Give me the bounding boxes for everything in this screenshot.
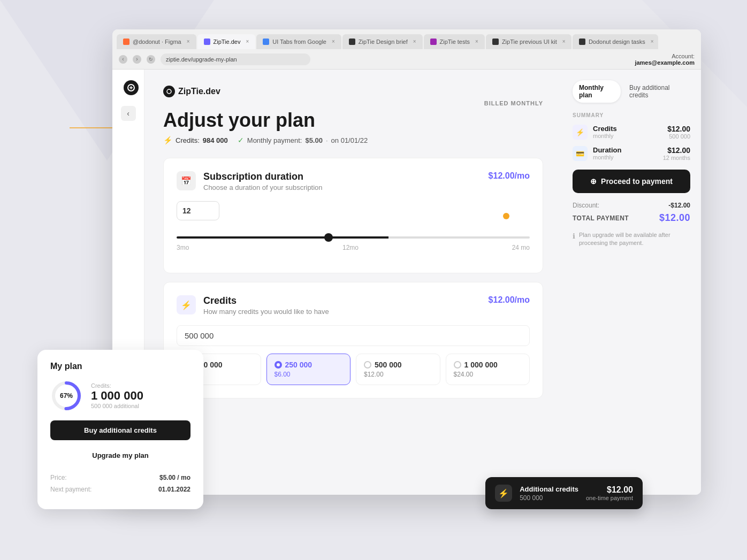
tab-tests[interactable]: ZipTie tests × — [424, 34, 485, 49]
credit-label-500k: 500 000 — [375, 360, 402, 369]
sidebar-back-button[interactable]: ‹ — [121, 106, 136, 121]
additional-credits-tooltip: ⚡ Additional credits 500 000 $12.00 one-… — [485, 477, 643, 509]
duration-subtitle: Choose a duration of your subscription — [203, 183, 323, 191]
next-payment-value: 01.01.2022 — [158, 486, 190, 493]
credits-input-display: 500 000 — [177, 325, 530, 346]
slider-track-container: 3mo 12mo 24 mo — [177, 231, 530, 251]
dot-separator: · — [326, 136, 328, 144]
credit-amount-250k: 250 000 — [275, 360, 343, 369]
tab-figma[interactable]: @dodonut · Figma × — [117, 34, 196, 49]
tab-close-tests[interactable]: × — [475, 39, 478, 44]
credits-title: Credits — [203, 295, 329, 306]
credits-value: 984 000 — [203, 136, 228, 144]
donut-label: 67% — [60, 392, 73, 400]
summary-duration-price: $12.00 — [663, 146, 690, 155]
duration-price: $12.00/mo — [489, 171, 530, 181]
summary-credits-qty: 500 000 — [667, 133, 690, 140]
duration-value-input[interactable] — [177, 201, 219, 220]
price-value: $5.00 / mo — [159, 474, 190, 481]
summary-credits-price-group: $12.00 500 000 — [667, 125, 690, 140]
tab-favicon-tests — [430, 39, 437, 45]
duration-slider[interactable] — [177, 236, 530, 239]
summary-credits-name: Credits — [593, 125, 662, 133]
discount-label: Discount: — [573, 202, 599, 209]
check-icon: ✓ — [238, 136, 244, 144]
tab-ui-tabs[interactable]: UI Tabs from Google × — [256, 34, 341, 49]
tab-dodonut[interactable]: Dodonut design tasks × — [573, 34, 658, 49]
summary-duration-price-group: $12.00 12 months — [663, 146, 690, 161]
upgrade-my-plan-button[interactable]: Upgrade my plan — [50, 446, 190, 465]
tab-close-ui[interactable]: × — [332, 39, 335, 44]
plan-next-payment-row: Next payment: 01.01.2022 — [50, 486, 190, 493]
credit-price-1m: $24.00 — [454, 371, 522, 378]
plan-info-row: ⚡ Credits: 984 000 ✓ Monthly payment: $5… — [163, 136, 543, 144]
back-button[interactable]: ‹ — [119, 55, 127, 64]
payment-date: on 01/01/22 — [331, 136, 368, 144]
tab-close-figma[interactable]: × — [187, 39, 190, 44]
credit-label-1m: 1 000 000 — [464, 360, 498, 369]
tab-close-dodonut[interactable]: × — [651, 39, 654, 44]
right-panel: Monthly plan Buy additional credits SUMM… — [562, 70, 701, 495]
credit-option-500k[interactable]: 500 000 $12.00 — [356, 354, 440, 385]
duration-slider-area: 3mo 12mo 24 mo — [177, 201, 530, 251]
tab-close-brief[interactable]: × — [413, 39, 416, 44]
tab-design-brief[interactable]: ZipTie Design brief × — [342, 34, 423, 49]
duration-section-header: 📅 Subscription duration Choose a duratio… — [177, 171, 530, 191]
refresh-button[interactable]: ↻ — [147, 55, 155, 64]
browser-chrome: @dodonut · Figma × ZipTie.dev × UI Tabs … — [112, 29, 701, 70]
summary-credits-price: $12.00 — [667, 125, 690, 133]
forward-button[interactable]: › — [133, 55, 141, 64]
panel-tabs: Monthly plan Buy additional credits — [573, 80, 690, 103]
payment-badge: ✓ Monthly payment: $5.00 · on 01/01/22 — [238, 136, 368, 144]
connector-dot — [503, 213, 509, 219]
credits-title-content: Credits How many credits you would like … — [203, 295, 329, 316]
main-area: ZipTie.dev BILLED MONTHLY Adjust your pl… — [144, 70, 562, 495]
tab-close-ziptie[interactable]: × — [246, 39, 249, 44]
proceed-btn-label: Proceed to payment — [601, 177, 673, 186]
credit-radio-500k — [364, 361, 371, 369]
total-label: TOTAL PAYMENT — [573, 214, 629, 222]
summary-row-credits: ⚡ Credits monthly $12.00 500 000 — [573, 125, 690, 140]
info-icon: ℹ — [573, 232, 575, 241]
page-title: Adjust your plan — [163, 109, 543, 132]
address-input[interactable] — [161, 53, 310, 65]
tab-label-ui: UI Tabs from Google — [272, 39, 326, 45]
credits-subtitle: How many credits you would like to have — [203, 308, 329, 316]
tab-ziptie[interactable]: ZipTie.dev × — [197, 34, 256, 49]
credit-price-500k: $12.00 — [364, 371, 432, 378]
tooltip-content: Additional credits 500 000 — [520, 485, 578, 502]
summary-credits-sub: monthly — [593, 133, 662, 139]
slider-label-min: 3mo — [177, 244, 189, 251]
billed-badge-text: BILLED MONTHLY — [484, 100, 543, 106]
tooltip-lightning-icon: ⚡ — [495, 485, 512, 502]
svg-point-6 — [167, 89, 171, 94]
my-plan-title: My plan — [50, 362, 190, 371]
summary-duration-qty: 12 months — [663, 155, 690, 161]
credit-option-1m[interactable]: 1 000 000 $24.00 — [446, 354, 530, 385]
total-row: TOTAL PAYMENT $12.00 — [573, 212, 690, 224]
browser-tabs: @dodonut · Figma × ZipTie.dev × UI Tabs … — [112, 29, 701, 50]
tooltip-billing: one-time payment — [586, 495, 633, 501]
credits-badge: ⚡ Credits: 984 000 — [163, 136, 228, 144]
tab-buy-credits[interactable]: Buy additional credits — [623, 80, 690, 103]
my-plan-card: My plan 67% Credits: 1 000 000 500 000 a… — [37, 350, 203, 509]
tab-favicon-prev — [492, 39, 499, 45]
discount-value: -$12.00 — [668, 202, 690, 209]
buy-additional-credits-button[interactable]: Buy additional credits — [50, 420, 190, 440]
account-info: Account: james@example.com — [635, 53, 695, 66]
credits-title-group: ⚡ Credits How many credits you would lik… — [177, 295, 329, 316]
tab-close-prev[interactable]: × — [562, 39, 566, 44]
credit-option-250k[interactable]: 250 000 $6.00 — [266, 354, 351, 385]
plan-credits-row: 67% Credits: 1 000 000 500 000 additiona… — [50, 380, 190, 412]
tab-monthly-plan[interactable]: Monthly plan — [573, 80, 621, 103]
credits-options: 100 000 $3.00 250 000 $6.00 — [177, 354, 530, 385]
tooltip-title: Additional credits — [520, 485, 578, 493]
credits-label: Credits: — [176, 136, 200, 144]
credits-section-icon: ⚡ — [177, 295, 196, 314]
billed-badge: BILLED MONTHLY — [163, 100, 543, 106]
tab-previous[interactable]: ZipTie previous UI kit × — [486, 34, 571, 49]
tab-label-tests: ZipTie tests — [440, 39, 470, 45]
tab-label-ziptie: ZipTie.dev — [214, 39, 241, 45]
proceed-to-payment-button[interactable]: ⊕ Proceed to payment — [573, 170, 690, 193]
tab-label-prev: ZipTie previous UI kit — [502, 39, 557, 45]
